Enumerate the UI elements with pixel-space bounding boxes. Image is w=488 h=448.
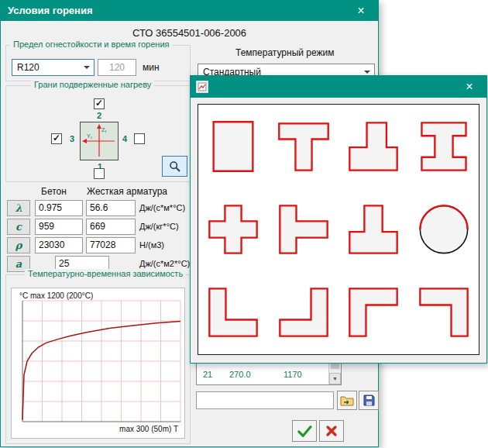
face-left-label: 3 (70, 134, 74, 143)
chart-max-temp-label: °C max 1200 (200°C) (19, 291, 93, 300)
shape-l-top-left[interactable] (339, 271, 409, 354)
ok-button[interactable] (292, 420, 317, 442)
red-cross-icon (325, 425, 338, 437)
face-left-checkbox[interactable] (51, 133, 62, 144)
heated-faces-group: Грани подверженные нагреву 2 Y₁ Z₁ 3 4 1 (5, 85, 191, 182)
axis-z-label: Z₁ (101, 127, 107, 133)
heated-faces-caption: Грани подверженные нагреву (31, 80, 154, 89)
shape-rectangle[interactable] (198, 105, 269, 188)
fire-resistance-group: Предел огнестойкости и время горения R12… (5, 45, 191, 81)
axis-y-label: Y₁ (87, 133, 93, 139)
shape-tee-left[interactable] (269, 188, 339, 271)
fire-resistance-caption: Предел огнестойкости и время горения (10, 40, 173, 49)
face-top-checkbox[interactable] (94, 98, 105, 109)
steel-header: Жесткая арматура (87, 186, 167, 197)
face-right-checkbox[interactable] (134, 133, 145, 144)
shape-tee-bottom-center[interactable] (339, 188, 409, 271)
temperature-mode-caption: Температурный режим (235, 47, 335, 58)
burn-minutes-field[interactable]: 120 (98, 59, 136, 76)
heat-capacity-unit-label: Дж/(кг*°С) (139, 222, 179, 231)
shape-i-beam[interactable] (409, 105, 479, 188)
section-axes-diagram: Y₁ Z₁ (80, 122, 119, 160)
lambda-unit-label: Дж/(с*м*°С) (139, 203, 185, 212)
window-icon (196, 81, 208, 93)
minutes-unit-label: мин (143, 62, 160, 73)
face-top-label: 2 (97, 111, 101, 120)
heat-capacity-steel-field[interactable]: 669 (86, 219, 136, 235)
open-file-button[interactable] (337, 391, 357, 410)
shape-tee-bottom[interactable] (339, 105, 409, 188)
density-steel-field[interactable]: 77028 (86, 237, 136, 253)
magnifier-icon (169, 160, 181, 173)
concrete-header: Бетон (41, 186, 67, 197)
fire-rating-combobox[interactable]: R120 (12, 59, 95, 76)
shape-l-bottom-right[interactable] (269, 271, 339, 354)
face-right-label: 4 (122, 134, 127, 143)
shape-circle[interactable] (409, 188, 479, 271)
density-concrete-field[interactable]: 23030 (35, 237, 83, 253)
results-cell-time: 270.0 (229, 370, 251, 379)
cancel-button[interactable] (319, 420, 344, 442)
chart-max-time-label: max 300 (50m) T (119, 425, 178, 433)
heat-transfer-unit-label: Дж/(с*м2*°С) (139, 259, 190, 268)
shape-cross[interactable] (198, 188, 269, 271)
shape-l-bottom-left[interactable] (198, 271, 269, 354)
heat-capacity-concrete-field[interactable]: 959 (35, 219, 83, 235)
zoom-button[interactable] (162, 156, 187, 177)
open-folder-icon (340, 395, 354, 406)
shapes-close-icon[interactable]: × (452, 76, 486, 98)
temperature-chart-svg (12, 288, 186, 439)
results-cell-temp: 1170 (284, 370, 302, 379)
temperature-chart: °C max 1200 (200°C) max 300 (50m) T (11, 288, 185, 439)
file-path-input[interactable] (196, 391, 334, 409)
lambda-concrete-field[interactable]: 0.975 (35, 200, 83, 216)
window-title: Условия горения (8, 1, 93, 21)
green-check-icon (296, 424, 313, 438)
main-titlebar: Условия горения × (1, 1, 378, 21)
save-icon (363, 395, 375, 406)
shapes-titlebar: × (191, 76, 486, 98)
face-bottom-checkbox[interactable] (94, 168, 105, 179)
chevron-down-icon[interactable] (80, 60, 94, 75)
shape-l-top-right[interactable] (409, 271, 479, 354)
shape-grid (198, 104, 479, 355)
scroll-down-icon[interactable]: ▼ (329, 373, 341, 384)
close-icon[interactable]: × (344, 1, 378, 21)
lambda-steel-field[interactable]: 56.6 (86, 200, 136, 216)
standard-code-label: СТО 36554501-006-2006 (1, 27, 378, 39)
save-file-button[interactable] (359, 391, 379, 410)
temperature-chart-caption: Температурно-временная зависимость (25, 269, 186, 278)
heat-capacity-button[interactable]: c (7, 219, 30, 235)
density-button[interactable]: ρ (7, 237, 30, 253)
lambda-button[interactable]: λ (7, 200, 30, 216)
shape-tee-top[interactable] (269, 105, 339, 188)
density-unit-label: Н/(м3) (139, 240, 164, 250)
results-cell-index: 21 (203, 370, 212, 379)
fire-rating-value: R120 (17, 62, 40, 73)
temperature-chart-group: Температурно-временная зависимость °C ma… (5, 274, 191, 444)
section-shapes-window: × (190, 75, 487, 364)
